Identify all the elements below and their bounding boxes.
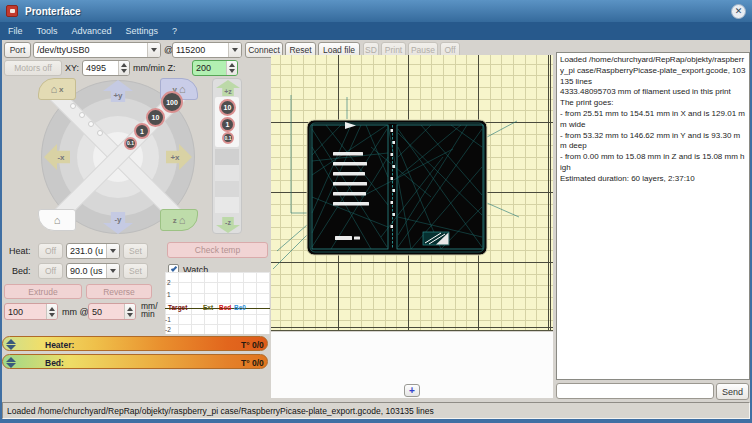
jog-distance-1[interactable]: 1	[134, 123, 150, 139]
z-jog-step[interactable]	[215, 197, 239, 213]
z-jog-step[interactable]	[215, 149, 239, 165]
status-bar: Loaded /home/churchyard/RepRap/objekty/r…	[2, 402, 750, 419]
dropdown-arrow-icon[interactable]	[228, 43, 241, 57]
z-distance-1[interactable]: 1	[220, 117, 235, 132]
gcode-input[interactable]	[556, 383, 714, 399]
graph-ytick: 2	[167, 279, 171, 286]
motors-off-button[interactable]: Motors off	[4, 60, 62, 76]
heat-set-button[interactable]: Set	[123, 243, 148, 259]
gcode-viewer[interactable]	[271, 55, 553, 331]
heater-gauge[interactable]: Heater: T° 0/0	[2, 336, 268, 351]
pronterface-window: Pronterface ✕ File Tools Advanced Settin…	[0, 0, 752, 423]
z-distance-10[interactable]: 10	[219, 99, 236, 116]
reverse-button[interactable]: Reverse	[86, 284, 152, 299]
menu-settings[interactable]: Settings	[126, 26, 159, 36]
bed-temp-value: 90.0 (us	[67, 266, 106, 276]
extrude-feed-spinner[interactable]: 50	[88, 303, 136, 320]
graph-label-ext: Ext	[203, 305, 213, 312]
heat-temp-select[interactable]: 231.0 (u	[66, 243, 120, 259]
bed-off-button[interactable]: Off	[38, 263, 63, 279]
home-x-button[interactable]: ⌂ x	[38, 78, 76, 100]
send-button[interactable]: Send	[716, 383, 749, 400]
bed-gauge-label: Bed:	[45, 358, 64, 368]
z-distance-0-1[interactable]: 0.1	[222, 132, 234, 144]
spinner-arrows-icon[interactable]	[124, 304, 135, 319]
window-title: Pronterface	[25, 6, 81, 17]
jog-distance-10[interactable]: 10	[146, 108, 165, 127]
check-icon	[171, 265, 177, 271]
spinner-arrows-icon[interactable]	[118, 61, 129, 75]
log-output[interactable]: Loaded /home/churchyard/RepRap/objekty/r…	[556, 52, 750, 380]
bed-gauge[interactable]: Bed: T° 0/0	[2, 354, 268, 369]
window-border-bottom	[0, 419, 752, 423]
home-z-button[interactable]: z ⌂	[160, 209, 198, 231]
heat-label: Heat:	[9, 246, 31, 256]
viewer-expand-button[interactable]: +	[404, 384, 420, 397]
bed-temp-select[interactable]: 90.0 (us	[66, 263, 120, 279]
home-icon: ⌂	[179, 84, 186, 95]
mm-at-label: mm @	[62, 307, 89, 317]
xy-feedrate-spinner[interactable]: 4995	[82, 60, 130, 76]
graph-label-target: Target	[168, 305, 187, 312]
graph-label-bed: Bed	[219, 305, 231, 312]
spinner-arrows-icon[interactable]	[46, 304, 57, 319]
extrude-length-spinner[interactable]: 100	[4, 303, 58, 320]
dropdown-arrow-icon[interactable]	[106, 244, 119, 258]
z-jog-step[interactable]	[215, 181, 239, 197]
temperature-graph: 2 1 -1 -2 Target Ext Bed Be0	[165, 272, 270, 334]
xy-feed-label: XY:	[65, 63, 79, 73]
gauge-pointer-icon[interactable]	[5, 338, 16, 351]
jog-distance-0-1[interactable]: 0.1	[124, 137, 137, 150]
home-icon: ⌂	[179, 215, 186, 226]
bed-gauge-value: T° 0/0	[241, 358, 264, 368]
jog-distance-100[interactable]: 100	[161, 91, 183, 113]
heat-off-button[interactable]: Off	[38, 243, 63, 259]
heater-gauge-value: T° 0/0	[241, 340, 264, 350]
menu-file[interactable]: File	[8, 26, 23, 36]
z-jog-step[interactable]	[215, 165, 239, 181]
jog-dot	[97, 130, 103, 136]
z-feedrate-spinner[interactable]: 200	[192, 60, 238, 76]
menu-advanced[interactable]: Advanced	[72, 26, 112, 36]
extrude-feed-value: 50	[89, 307, 124, 317]
xy-feedrate-value: 4995	[83, 63, 118, 73]
menu-help[interactable]: ?	[172, 26, 177, 36]
heat-temp-value: 231.0 (u	[67, 246, 106, 256]
gauge-pointer-icon[interactable]	[5, 356, 16, 369]
graph-ytick: 1	[167, 291, 171, 298]
jog-dot	[88, 121, 94, 127]
menu-tools[interactable]: Tools	[37, 26, 58, 36]
status-text: Loaded /home/churchyard/RepRap/objekty/r…	[7, 406, 434, 416]
port-button[interactable]: Port	[4, 42, 31, 58]
baud-value: 115200	[173, 45, 228, 55]
close-button[interactable]: ✕	[731, 4, 746, 19]
home-all-button[interactable]: ⌂	[38, 209, 76, 231]
app-icon	[6, 5, 18, 17]
bed-set-button[interactable]: Set	[123, 263, 148, 279]
port-value: /dev/ttyUSB0	[34, 45, 147, 55]
z-jog-column: +z 10 1 0.1 -z	[212, 78, 242, 234]
heater-gauge-label: Heater:	[45, 340, 74, 350]
jog-minus-z-button[interactable]: -z	[216, 217, 240, 233]
baud-select[interactable]: 115200	[172, 42, 242, 58]
jog-dot	[70, 103, 76, 109]
graph-ytick: -1	[165, 316, 171, 323]
extrude-length-value: 100	[5, 307, 46, 317]
menubar: File Tools Advanced Settings ?	[0, 22, 752, 40]
home-icon: ⌂	[50, 84, 57, 95]
check-temp-button[interactable]: Check temp	[167, 242, 268, 258]
port-select[interactable]: /dev/ttyUSB0	[33, 42, 161, 58]
jog-pad: ⌂ x y ⌂ ⌂ z ⌂ +y -y -x +x 100 10 1 0.1	[14, 78, 212, 236]
jog-plus-z-button[interactable]: +z	[216, 80, 240, 96]
titlebar: Pronterface ✕	[0, 0, 752, 22]
z-feedrate-value: 200	[193, 63, 226, 73]
graph-label-bed0: Be0	[234, 305, 246, 312]
spinner-arrows-icon[interactable]	[226, 61, 237, 75]
extrude-button[interactable]: Extrude	[4, 284, 82, 299]
dropdown-arrow-icon[interactable]	[147, 43, 160, 57]
extrude-unit-line2: min	[141, 310, 158, 318]
home-z-label: z	[173, 216, 177, 225]
dropdown-arrow-icon[interactable]	[106, 264, 119, 278]
home-icon: ⌂	[54, 215, 61, 226]
graph-ytick: -2	[165, 326, 171, 333]
